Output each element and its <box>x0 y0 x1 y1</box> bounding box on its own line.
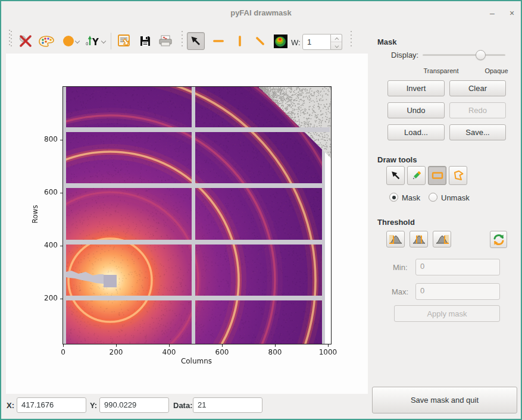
pencil-width-spinner <box>331 34 342 50</box>
unmask-radio[interactable] <box>429 193 437 202</box>
horizontal-line-tool[interactable] <box>210 33 227 49</box>
chevron-down-icon <box>101 39 105 43</box>
opaque-label: Opaque <box>481 67 512 74</box>
min-input[interactable]: 0 <box>415 259 500 275</box>
y-axis-direction-button[interactable]: 0 Y <box>84 33 107 49</box>
max-input[interactable]: 0 <box>415 283 500 300</box>
mask-radio[interactable] <box>389 193 398 202</box>
histogram-between-icon <box>412 234 426 245</box>
x-tick <box>169 344 170 347</box>
min-label: Min: <box>393 263 408 272</box>
vertical-line-tool[interactable] <box>232 33 248 49</box>
pan-pointer-button[interactable] <box>187 32 205 50</box>
diagonal-line-icon <box>254 35 267 48</box>
copy-button[interactable] <box>115 33 132 49</box>
y-tick <box>60 140 62 140</box>
diagonal-line-tool[interactable] <box>252 33 268 49</box>
copy-icon <box>116 33 132 49</box>
threshold-refresh-button[interactable] <box>490 231 507 248</box>
mask-color-button[interactable] <box>59 33 82 49</box>
transparent-label: Transparent <box>418 67 464 74</box>
x-tick-label: 0 <box>50 348 76 356</box>
x-tick-label: 800 <box>262 348 288 356</box>
y-coordinate-field[interactable]: 990.0229 <box>99 397 169 413</box>
pencil-tool-button[interactable] <box>407 166 426 185</box>
spin-down-button[interactable] <box>331 42 342 50</box>
color-circle-icon <box>62 35 75 48</box>
palette-icon <box>38 34 55 48</box>
threshold-section-title: Threshold <box>377 218 415 227</box>
save-figure-button[interactable] <box>137 33 154 49</box>
y-tick-label: 800 <box>37 135 58 143</box>
minimize-button[interactable]: – <box>486 7 499 20</box>
data-value-label: Data: <box>173 401 193 410</box>
select-tool-button[interactable] <box>386 166 405 185</box>
display-label: Display: <box>391 51 418 59</box>
refresh-icon <box>492 233 505 246</box>
apply-mask-button[interactable]: Apply mask <box>394 305 500 322</box>
detector-canvas[interactable] <box>63 87 331 344</box>
x-tick-label: 400 <box>156 348 182 356</box>
undo-button[interactable]: Undo <box>387 102 445 118</box>
chevron-down-icon <box>335 45 338 48</box>
chevron-up-icon <box>335 36 338 40</box>
x-tick-label: 200 <box>103 348 129 356</box>
x-tick <box>275 344 276 347</box>
y-tick <box>60 246 62 246</box>
rectangle-tool-button[interactable] <box>428 166 446 185</box>
spin-up-button[interactable] <box>331 35 342 42</box>
toolbar-grip-2[interactable] <box>181 30 183 49</box>
x-coordinate-field[interactable]: 417.1676 <box>17 397 86 413</box>
colormap-preview-icon <box>274 35 287 48</box>
pencil-width-input[interactable]: 1 <box>302 34 331 50</box>
redo-button[interactable]: Redo <box>449 102 506 118</box>
plot-axes <box>62 86 332 344</box>
toolbar-grip-3[interactable] <box>350 30 352 49</box>
data-value-field[interactable]: 21 <box>193 397 262 413</box>
x-tick <box>116 344 117 347</box>
x-tick <box>63 344 64 347</box>
pointer-arrow-icon <box>189 35 202 48</box>
colormap-palette-button[interactable] <box>37 33 56 49</box>
threshold-between-button[interactable] <box>410 231 428 247</box>
toolbar-grip-1[interactable] <box>10 30 12 49</box>
svg-text:0: 0 <box>86 42 88 46</box>
y-tick <box>60 299 62 299</box>
print-button[interactable] <box>157 33 174 49</box>
window-title: pyFAI drawmask <box>1 8 521 17</box>
save-mask-quit-button[interactable]: Save mask and quit <box>372 387 517 413</box>
zoom-reset-button[interactable] <box>17 33 34 49</box>
pointer-arrow-icon <box>390 170 402 181</box>
save-button[interactable]: Save... <box>449 124 506 140</box>
polygon-tool-button[interactable] <box>449 166 467 185</box>
y-tick <box>60 193 62 193</box>
max-label: Max: <box>392 287 408 296</box>
polygon-icon <box>452 169 465 182</box>
zoom-reset-icon <box>18 34 33 48</box>
threshold-above-button[interactable] <box>433 231 451 247</box>
x-tick-label: 600 <box>209 348 235 356</box>
toolbar-separator <box>111 33 111 49</box>
colormap-preview-button[interactable] <box>274 35 287 48</box>
draw-tools-section-title: Draw tools <box>377 155 417 164</box>
y-axis-label: Rows <box>31 196 39 232</box>
vertical-line-icon <box>233 35 246 48</box>
plot-panel: 02004006008001000800600400200 Columns Ro… <box>6 54 368 394</box>
x-tick <box>328 344 329 347</box>
y-tick-label: 200 <box>37 294 58 302</box>
x-coordinate-label: X: <box>7 401 14 410</box>
pencil-icon <box>410 169 423 182</box>
mask-section-title: Mask <box>377 37 397 46</box>
clear-button[interactable]: Clear <box>449 80 506 96</box>
width-label: W: <box>291 38 301 47</box>
threshold-below-button[interactable] <box>386 231 405 247</box>
load-button[interactable]: Load... <box>387 124 445 140</box>
close-button[interactable]: × <box>505 7 518 20</box>
histogram-above-icon <box>435 234 449 245</box>
invert-button[interactable]: Invert <box>387 80 445 96</box>
mask-opacity-slider-handle[interactable] <box>476 50 486 60</box>
mask-radio-label: Mask <box>402 193 420 202</box>
mask-opacity-slider-track[interactable] <box>423 54 505 56</box>
title-bar[interactable]: pyFAI drawmask – × <box>1 1 521 25</box>
x-axis-label: Columns <box>149 357 244 365</box>
